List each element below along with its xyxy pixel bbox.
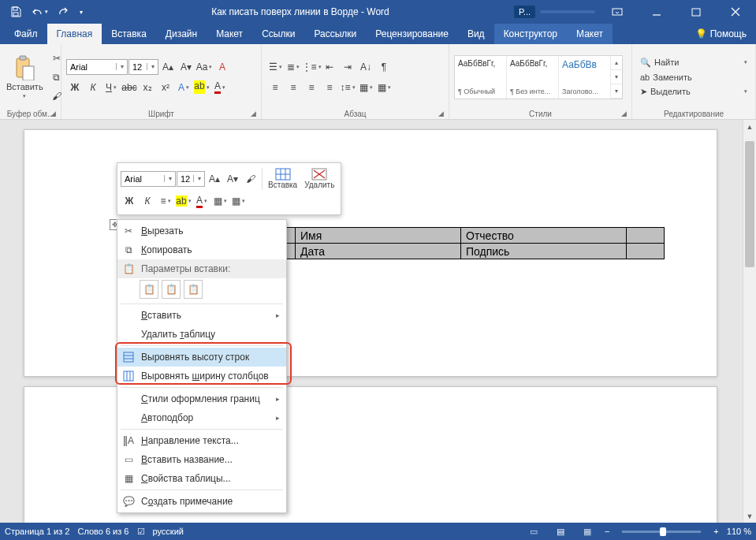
replace-button[interactable]: abЗаменить	[637, 71, 750, 84]
bold-button[interactable]: Ж	[66, 79, 84, 96]
highlight-button[interactable]: ab▾	[193, 79, 210, 96]
clipboard-launcher[interactable]: ◢	[50, 110, 58, 117]
tab-mailings[interactable]: Рассылки	[304, 24, 366, 44]
align-left-button[interactable]: ≡	[266, 79, 284, 96]
scroll-down[interactable]: ▼	[743, 509, 756, 523]
mini-font-color[interactable]: A▾	[193, 192, 210, 210]
account-name[interactable]	[540, 10, 595, 13]
shrink-font-button[interactable]: A▾	[177, 58, 195, 76]
tab-layout[interactable]: Макет	[207, 24, 252, 44]
show-marks-button[interactable]: ¶	[375, 58, 393, 76]
paste-merge[interactable]: 📋	[162, 280, 181, 299]
mini-italic[interactable]: К	[139, 192, 156, 210]
style-normal[interactable]: АаБбВвГг,¶ Обычный	[455, 56, 507, 99]
ribbon-display-options[interactable]	[600, 0, 635, 24]
shading-button[interactable]: ▦▾	[357, 79, 374, 96]
view-web[interactable]: ▦	[578, 523, 597, 540]
minimize-button[interactable]	[639, 0, 674, 24]
styles-scroll[interactable]: ▴▾▾	[611, 56, 622, 99]
view-print[interactable]: ▤	[551, 523, 570, 540]
tab-file[interactable]: Файл	[5, 24, 47, 44]
close-button[interactable]	[718, 0, 753, 24]
scroll-thumb[interactable]	[745, 141, 754, 267]
tab-view[interactable]: Вид	[458, 24, 494, 44]
paste-text[interactable]: 📋	[184, 280, 203, 299]
status-page[interactable]: Страница 1 из 2	[5, 527, 69, 536]
tab-table-layout[interactable]: Макет	[567, 24, 613, 44]
paste-keep-format[interactable]: 📋	[140, 280, 158, 299]
redo-button[interactable]	[52, 0, 74, 24]
style-nospacing[interactable]: АаБбВвГг,¶ Без инте...	[507, 56, 559, 99]
tab-design[interactable]: Дизайн	[156, 24, 207, 44]
ctx-text-direction[interactable]: ǁAНаправление текста...	[117, 431, 286, 450]
zoom-slider[interactable]	[622, 531, 701, 533]
scroll-up[interactable]: ▲	[743, 120, 756, 133]
justify-button[interactable]: ≡	[321, 79, 338, 96]
tell-me[interactable]: 💡Помощь	[686, 24, 756, 44]
ctx-border-styles[interactable]: Стили оформления границ▸	[117, 389, 286, 408]
select-button[interactable]: ➤Выделить▾	[637, 85, 750, 99]
qat-customize[interactable]: ▾	[76, 0, 87, 24]
undo-button[interactable]: ▾	[28, 0, 50, 24]
sort-button[interactable]: A↓	[357, 58, 374, 76]
grow-font-button[interactable]: A▴	[159, 58, 177, 76]
ctx-new-comment[interactable]: 💬Создать примечание	[117, 492, 286, 511]
mini-bold[interactable]: Ж	[121, 192, 138, 210]
ctx-insert[interactable]: Вставить▸	[117, 306, 286, 325]
document-area[interactable]	[0, 120, 743, 523]
ctx-autofit[interactable]: Автоподбор▸	[117, 408, 286, 427]
numbering-button[interactable]: ≣▾	[285, 58, 302, 76]
underline-button[interactable]: Ч▾	[102, 79, 120, 96]
zoom-out[interactable]: −	[605, 527, 609, 536]
styles-launcher[interactable]: ◢	[621, 110, 629, 117]
mini-align[interactable]: ≡▾	[157, 192, 174, 210]
align-center-button[interactable]: ≡	[285, 79, 302, 96]
bullets-button[interactable]: ☰▾	[266, 58, 284, 76]
find-button[interactable]: 🔍Найти▾	[637, 56, 750, 69]
borders-button[interactable]: ▦▾	[375, 79, 393, 96]
change-case-button[interactable]: Aa▾	[196, 58, 213, 76]
spellcheck-icon[interactable]: ☑	[137, 527, 145, 537]
maximize-button[interactable]	[679, 0, 713, 24]
mini-format-painter[interactable]: 🖌	[242, 170, 259, 188]
tab-home[interactable]: Главная	[47, 24, 102, 44]
subscript-button[interactable]: x₂	[139, 79, 156, 96]
mini-borders[interactable]: ▦▾	[229, 192, 247, 210]
ctx-distribute-cols[interactable]: Выровнять ширину столбцов	[117, 367, 286, 385]
mini-highlight[interactable]: ab▾	[175, 192, 192, 210]
vertical-scrollbar[interactable]: ▲ ▼	[743, 120, 756, 523]
ctx-cut[interactable]: ✂ВВырезатьырезать	[117, 222, 286, 240]
dec-indent-button[interactable]: ⇤	[321, 58, 338, 76]
text-effects-button[interactable]: A▾	[175, 79, 192, 96]
mini-delete-button[interactable]: Удалить	[301, 166, 337, 191]
scroll-track[interactable]	[743, 133, 756, 509]
ctx-table-props[interactable]: ▦Свойства таблицы...	[117, 469, 286, 488]
paste-button[interactable]: Вставить▾	[5, 52, 45, 102]
font-launcher[interactable]: ◢	[251, 110, 259, 117]
italic-button[interactable]: К	[84, 79, 102, 96]
ctx-distribute-rows[interactable]: Выровнять высоту строк	[117, 348, 286, 367]
mini-shading[interactable]: ▦▾	[211, 192, 229, 210]
mini-grow-font[interactable]: A▴	[206, 170, 223, 188]
zoom-in[interactable]: +	[713, 527, 718, 536]
status-words[interactable]: Слово 6 из 6	[77, 527, 128, 536]
inc-indent-button[interactable]: ⇥	[339, 58, 356, 76]
mini-insert-button[interactable]: Вставка	[265, 166, 300, 191]
mini-font-combo[interactable]: ▾	[121, 171, 176, 187]
font-color-button[interactable]: A▾	[211, 79, 229, 96]
zoom-value[interactable]: 110 %	[727, 527, 751, 536]
strike-button[interactable]: abc	[121, 79, 138, 96]
line-spacing-button[interactable]: ↕≡▾	[339, 79, 356, 96]
ctx-insert-caption[interactable]: ▭Вставить название...	[117, 450, 286, 469]
style-heading1[interactable]: АаБбВвЗаголово...	[559, 56, 611, 99]
tab-insert[interactable]: Вставка	[102, 24, 156, 44]
tab-references[interactable]: Ссылки	[252, 24, 304, 44]
align-right-button[interactable]: ≡	[303, 79, 320, 96]
tab-review[interactable]: Рецензирование	[366, 24, 458, 44]
view-read[interactable]: ▭	[524, 523, 543, 540]
paragraph-launcher[interactable]: ◢	[438, 110, 446, 117]
mini-size-combo[interactable]: ▾	[177, 171, 205, 187]
tab-table-design[interactable]: Конструктор	[494, 24, 567, 44]
styles-gallery[interactable]: АаБбВвГг,¶ Обычный АаБбВвГг,¶ Без инте..…	[454, 55, 623, 99]
mini-shrink-font[interactable]: A▾	[224, 170, 241, 188]
